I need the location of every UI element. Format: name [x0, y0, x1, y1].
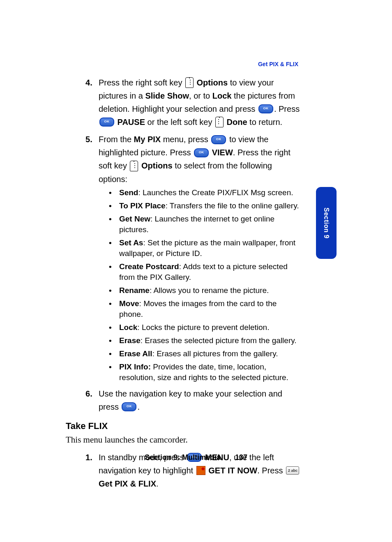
list-item: Erase: Erases the selected picture from …: [99, 335, 302, 346]
ok-button-icon: [122, 402, 136, 411]
list-item: Send: Launches the Create PIX/FLIX Msg s…: [99, 187, 302, 198]
ok-button-icon: [99, 118, 114, 127]
options-label: Options: [197, 78, 228, 87]
list-item: PIX Info: Provides the date, time, locat…: [99, 362, 302, 383]
list-item: To PIX Place: Transfers the file to the …: [99, 201, 302, 211]
list-item: Rename: Allows you to rename the picture…: [99, 285, 302, 296]
mypix-label: My PIX: [134, 135, 161, 144]
keypad-2-icon: [286, 466, 299, 475]
right-soft-key-icon: [130, 161, 138, 171]
option-desc: : Set the picture as the main wallpaper,…: [119, 238, 295, 258]
list-item: Create Postcard: Adds text to a picture …: [99, 261, 302, 283]
list-item: Set As: Set the picture as the main wall…: [99, 238, 302, 259]
option-label: Move: [119, 299, 139, 308]
text: menu, press: [161, 135, 210, 144]
slideshow-label: Slide Show: [145, 91, 189, 100]
take-flix-intro: This menu launches the camcorder.: [66, 435, 302, 445]
section-tab: Section 9: [316, 187, 337, 259]
footer-section: Section 9: Multimedia: [145, 453, 221, 461]
text: . Press: [257, 466, 285, 475]
text: to return.: [247, 118, 283, 127]
list-item: Get New: Launches the internet to get on…: [99, 214, 302, 235]
option-desc: : Erases the selected picture from the g…: [141, 336, 297, 345]
option-label: Get New: [119, 214, 150, 223]
option-label: Erase: [119, 336, 141, 345]
done-label: Done: [227, 118, 247, 127]
option-label: Create Postcard: [119, 262, 179, 271]
text: .: [137, 402, 140, 411]
option-label: Rename: [119, 286, 150, 295]
list-item: Move: Moves the images from the card to …: [99, 298, 302, 320]
getpix-label: Get PIX & FLIX: [99, 479, 156, 488]
section-tab-label: Section 9: [323, 208, 330, 239]
option-desc: : Transfers the file to the online galle…: [166, 201, 299, 210]
ok-button-icon: [211, 135, 226, 144]
option-desc: : Erases all pictures from the gallery.: [152, 349, 278, 358]
text: From the: [99, 135, 134, 144]
option-desc: : Allows you to rename the picture.: [150, 286, 269, 295]
page-footer: Section 9: Multimedia 137: [0, 453, 392, 462]
step-5: From the My PIX menu, press to view the …: [66, 133, 302, 383]
list-item: Lock: Locks the picture to prevent delet…: [99, 322, 302, 333]
header-breadcrumb: Get PIX & FLIX: [258, 61, 298, 67]
text: , or to: [189, 91, 212, 100]
option-label: Erase All: [119, 349, 152, 358]
options-list: Send: Launches the Create PIX/FLIX Msg s…: [99, 187, 302, 383]
lock-label: Lock: [212, 91, 232, 100]
option-desc: : Moves the images from the card to the …: [119, 299, 277, 318]
text: . Press: [274, 104, 300, 113]
option-label: Lock: [119, 323, 137, 332]
options-label: Options: [141, 161, 173, 170]
view-label: VIEW: [212, 148, 233, 157]
text: .: [156, 479, 159, 488]
take-flix-heading: Take FLIX: [66, 421, 302, 431]
option-label: Send: [119, 188, 138, 197]
pause-label: PAUSE: [118, 118, 145, 127]
step-4: Press the right soft key Options to view…: [66, 76, 302, 129]
list-item: Erase All: Erases all pictures from the …: [99, 348, 302, 359]
option-label: PIX Info:: [119, 362, 151, 371]
left-soft-key-icon: [215, 117, 224, 127]
ok-button-icon: [258, 104, 273, 113]
getitnow-label: GET IT NOW: [208, 466, 257, 475]
ok-button-icon: [194, 148, 209, 157]
step-6: Use the navigation key to make your sele…: [66, 387, 302, 413]
text: Press the right soft key: [99, 78, 184, 87]
option-label: To PIX Place: [119, 201, 166, 210]
page-number: 137: [235, 453, 247, 462]
option-desc: : Launches the Create PIX/FLIX Msg scree…: [138, 188, 293, 197]
get-it-now-icon: [196, 466, 205, 475]
numbered-steps: Press the right soft key Options to view…: [66, 76, 302, 413]
text: or the left soft key: [145, 118, 214, 127]
manual-page: Get PIX & FLIX Section 9 Press the right…: [0, 0, 392, 542]
option-label: Set As: [119, 238, 143, 247]
option-desc: : Locks the picture to prevent deletion.: [137, 323, 269, 332]
page-content: Press the right soft key Options to view…: [66, 76, 302, 494]
right-soft-key-icon: [185, 77, 194, 88]
